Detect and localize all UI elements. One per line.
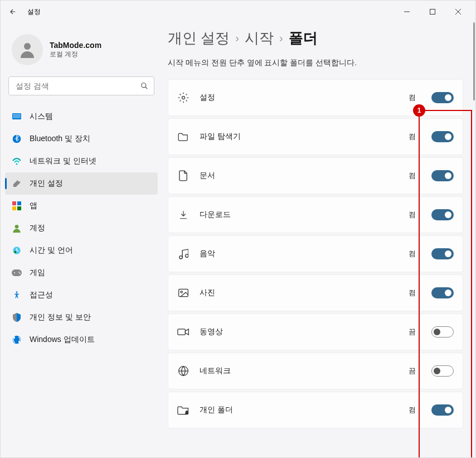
maximize-button[interactable] [420,3,445,21]
toggle-switch[interactable] [431,248,454,259]
svg-point-1 [24,43,31,50]
sidebar-item-label: 개인 정보 및 보안 [30,312,91,322]
toggle-state-label: 켬 [409,132,416,142]
privacy-icon [12,312,22,322]
page-description: 시작 메뉴의 전원 단추 옆에 표시할 폴더를 선택합니다. [168,58,463,68]
toggle-switch[interactable] [431,209,454,220]
toggle-state-label: 켬 [409,288,416,298]
svg-point-20 [182,97,185,99]
toggle-state-label: 켬 [409,171,416,181]
sidebar-item-game[interactable]: 게임 [5,262,158,284]
bluetooth-icon [12,134,22,144]
photo-icon [177,287,190,299]
apps-icon [12,201,22,211]
username: TabMode.com [50,41,101,50]
window-controls [394,3,471,21]
account-type: 로컬 계정 [50,50,101,59]
personalize-icon [12,179,22,189]
toggle-state-label: 끔 [409,327,416,337]
toggle-switch[interactable] [431,287,454,298]
setting-label: 사진 [200,288,399,298]
sidebar-item-time[interactable]: 시간 및 언어 [5,239,158,262]
svg-rect-25 [178,329,186,335]
sidebar-item-update[interactable]: Windows 업데이트 [5,329,158,351]
video-icon [177,326,190,338]
close-button[interactable] [445,3,471,21]
music-icon [177,248,190,260]
setting-label: 설정 [200,93,399,103]
toggle-state-label: 켬 [409,405,416,415]
toggle-switch[interactable] [431,170,454,181]
setting-row-folder: 파일 탐색기 켬 [168,118,463,155]
sidebar-item-label: 계정 [30,223,45,233]
search-container [8,76,154,95]
document-icon [177,170,190,182]
toggle-switch[interactable] [431,131,454,142]
chevron-right-icon: › [279,32,283,45]
breadcrumb-personalization[interactable]: 개인 설정 [168,28,230,48]
breadcrumb-start[interactable]: 시작 [245,28,274,48]
setting-row-music: 음악 켬 [168,235,463,272]
setting-label: 네트워크 [200,366,399,376]
sidebar-item-account[interactable]: 계정 [5,217,158,239]
globe-icon [177,365,190,377]
gear-icon [177,91,190,104]
toggle-switch[interactable] [431,365,454,377]
setting-row-download: 다운로드 켬 [168,196,463,233]
minimize-button[interactable] [394,3,420,21]
svg-point-17 [20,273,21,274]
svg-point-21 [179,256,182,259]
search-input[interactable] [8,76,154,95]
avatar [12,34,43,65]
back-button[interactable] [5,4,21,20]
folder-icon [177,131,190,143]
sidebar-item-privacy[interactable]: 개인 정보 및 보안 [5,306,158,329]
sidebar-item-label: 접근성 [30,290,53,300]
svg-point-18 [16,291,18,293]
setting-row-photo: 사진 켬 [168,274,463,311]
settings-list: 설정 켬 파일 탐색기 켬 문서 켬 다운로드 켬 음악 켬 사진 켬 동영상 … [168,79,463,428]
sidebar-item-accessibility[interactable]: 접근성 [5,284,158,306]
sidebar-item-personalize[interactable]: 개인 설정 [5,172,158,195]
sidebar: TabMode.com 로컬 계정 시스템Bluetooth 및 장치네트워크 … [1,23,162,457]
svg-rect-0 [430,9,435,15]
sidebar-item-network[interactable]: 네트워크 및 인터넷 [5,150,158,172]
main-content: 개인 설정 › 시작 › 폴더 시작 메뉴의 전원 단추 옆에 표시할 폴더를 … [162,23,475,457]
network-icon [12,156,22,166]
search-icon [139,80,150,91]
sidebar-item-label: 시스템 [30,112,53,122]
accessibility-icon [12,290,22,300]
setting-label: 파일 탐색기 [200,132,399,142]
svg-rect-14 [12,269,22,276]
sidebar-item-bluetooth[interactable]: Bluetooth 및 장치 [5,128,158,150]
update-icon [12,335,22,345]
setting-row-video: 동영상 끔 [168,314,463,350]
svg-point-2 [142,83,146,88]
scrollbar[interactable] [470,22,476,458]
breadcrumb: 개인 설정 › 시작 › 폴더 [168,28,463,48]
breadcrumb-folders: 폴더 [289,28,318,48]
sidebar-item-apps[interactable]: 앱 [5,195,158,217]
toggle-switch[interactable] [431,404,454,416]
personal-folder-icon [177,404,190,416]
toggle-switch[interactable] [431,326,454,338]
account-icon [12,223,22,233]
svg-rect-8 [17,201,21,205]
sidebar-item-label: 시간 및 언어 [30,245,73,255]
setting-row-gear: 설정 켬 [168,79,463,116]
setting-label: 문서 [200,171,399,181]
toggle-switch[interactable] [431,92,454,103]
profile-section[interactable]: TabMode.com 로컬 계정 [5,28,158,74]
scrollbar-thumb[interactable] [473,22,475,100]
window-title: 설정 [27,7,41,17]
setting-row-globe: 네트워크 끔 [168,353,463,389]
sidebar-item-system[interactable]: 시스템 [5,105,158,128]
person-icon [17,40,37,60]
svg-point-16 [18,272,20,273]
toggle-state-label: 끔 [409,366,416,376]
setting-label: 음악 [200,249,399,259]
download-icon [177,209,190,221]
toggle-state-label: 켬 [409,249,416,259]
svg-rect-9 [12,206,16,210]
sidebar-item-label: 네트워크 및 인터넷 [30,156,96,166]
